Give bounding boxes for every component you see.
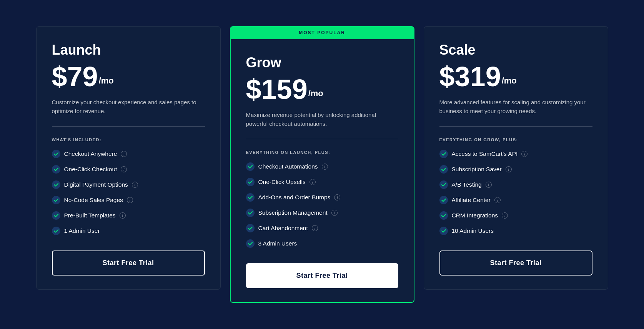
- list-item: Checkout Anywherei: [52, 150, 205, 158]
- feature-text: Digital Payment Options: [64, 181, 128, 188]
- price-period: /mo: [99, 76, 114, 86]
- check-icon: [52, 227, 60, 235]
- list-item: Cart Abandonmenti: [246, 224, 398, 232]
- check-icon: [52, 196, 60, 204]
- feature-text: One-Click Checkout: [64, 166, 117, 173]
- feature-text: Checkout Anywhere: [64, 150, 117, 157]
- check-icon: [246, 178, 255, 186]
- list-item: Checkout Automationsi: [246, 162, 398, 171]
- feature-text: Pre-Built Templates: [64, 212, 116, 219]
- feature-text: Affiliate Center: [452, 197, 491, 204]
- start-free-trial-button-launch[interactable]: Start Free Trial: [52, 251, 205, 276]
- plan-price-row: $319/mo: [439, 63, 592, 90]
- info-icon[interactable]: i: [310, 179, 316, 185]
- check-icon: [246, 162, 255, 171]
- list-item: Add-Ons and Order Bumpsi: [246, 193, 398, 202]
- feature-text: Add-Ons and Order Bumps: [258, 194, 331, 201]
- info-icon[interactable]: i: [132, 182, 138, 188]
- plan-price-row: $159/mo: [246, 75, 398, 103]
- check-icon: [52, 150, 60, 158]
- feature-text: One-Click Upsells: [258, 179, 306, 185]
- pricing-container: Launch$79/moCustomize your checkout expe…: [15, 26, 630, 303]
- check-icon: [52, 165, 60, 174]
- info-icon[interactable]: i: [494, 197, 501, 203]
- price-period: /mo: [308, 89, 323, 99]
- list-item: Pre-Built Templatesi: [52, 211, 205, 220]
- list-item: Subscription Saveri: [439, 165, 592, 174]
- feature-text: A/B Testing: [452, 181, 482, 188]
- section-divider: [246, 139, 398, 139]
- check-icon: [439, 165, 448, 174]
- list-item: A/B Testingi: [439, 180, 592, 189]
- info-icon[interactable]: i: [331, 210, 338, 216]
- list-item: Affiliate Centeri: [439, 196, 592, 204]
- section-label: EVERYTHING ON GROW, PLUS:: [439, 137, 592, 142]
- check-icon: [246, 224, 255, 232]
- price-amount: $159: [246, 75, 308, 103]
- check-icon: [439, 211, 448, 220]
- plan-wrapper-grow: MOST POPULARGrow$159/moMaximize revenue …: [230, 26, 414, 303]
- info-icon[interactable]: i: [120, 212, 126, 219]
- info-icon[interactable]: i: [334, 194, 340, 200]
- info-icon[interactable]: i: [312, 225, 318, 231]
- info-icon[interactable]: i: [121, 151, 127, 157]
- plan-description: Customize your checkout experience and s…: [52, 98, 205, 115]
- most-popular-badge: MOST POPULAR: [230, 26, 414, 39]
- list-item: Access to SamCart's APIi: [439, 150, 592, 158]
- feature-text: Access to SamCart's API: [452, 150, 518, 157]
- start-free-trial-button-scale[interactable]: Start Free Trial: [439, 251, 592, 276]
- check-icon: [246, 239, 255, 248]
- list-item: Subscription Managementi: [246, 209, 398, 217]
- feature-text: Cart Abandonment: [258, 225, 308, 232]
- info-icon[interactable]: i: [502, 212, 508, 219]
- section-divider: [52, 126, 205, 127]
- info-icon[interactable]: i: [322, 164, 328, 170]
- plan-card-grow: Grow$159/moMaximize revenue potential by…: [230, 39, 414, 303]
- check-icon: [439, 150, 448, 158]
- check-icon: [439, 196, 448, 204]
- price-amount: $79: [52, 63, 98, 90]
- list-item: One-Click Upsellsi: [246, 178, 398, 186]
- info-icon[interactable]: i: [486, 182, 492, 188]
- section-label: EVERYTHING ON LAUNCH, PLUS:: [246, 150, 398, 155]
- plan-card-scale: Scale$319/moMore advanced features for s…: [424, 26, 608, 290]
- list-item: CRM Integrationsi: [439, 211, 592, 220]
- check-icon: [246, 209, 255, 217]
- start-free-trial-button-grow[interactable]: Start Free Trial: [246, 263, 398, 288]
- check-icon: [246, 193, 255, 202]
- feature-text: Checkout Automations: [258, 163, 318, 170]
- feature-text: 1 Admin User: [64, 227, 100, 234]
- info-icon[interactable]: i: [127, 197, 133, 203]
- feature-text: 3 Admin Users: [258, 240, 297, 247]
- features-list: Checkout Automationsi One-Click Upsellsi…: [246, 162, 398, 248]
- list-item: One-Click Checkouti: [52, 165, 205, 174]
- plan-price-row: $79/mo: [52, 63, 205, 90]
- check-icon: [439, 180, 448, 189]
- feature-text: CRM Integrations: [452, 212, 498, 219]
- section-label: WHAT'S INCLUDED:: [52, 137, 205, 142]
- plan-name: Scale: [439, 42, 592, 58]
- plan-name: Grow: [246, 55, 398, 71]
- list-item: No-Code Sales Pagesi: [52, 196, 205, 204]
- section-divider: [439, 126, 592, 127]
- feature-text: Subscription Management: [258, 209, 328, 216]
- info-icon[interactable]: i: [506, 166, 512, 172]
- plan-description: More advanced features for scaling and c…: [439, 98, 592, 115]
- feature-text: No-Code Sales Pages: [64, 197, 123, 204]
- features-list: Access to SamCart's APIi Subscription Sa…: [439, 150, 592, 235]
- list-item: 1 Admin User: [52, 227, 205, 235]
- check-icon: [52, 180, 60, 189]
- list-item: Digital Payment Optionsi: [52, 180, 205, 189]
- list-item: 3 Admin Users: [246, 239, 398, 248]
- list-item: 10 Admin Users: [439, 227, 592, 235]
- plan-card-launch: Launch$79/moCustomize your checkout expe…: [36, 26, 221, 290]
- check-icon: [439, 227, 448, 235]
- check-icon: [52, 211, 60, 220]
- plan-name: Launch: [52, 42, 205, 58]
- feature-text: Subscription Saver: [452, 166, 502, 173]
- info-icon[interactable]: i: [121, 166, 127, 172]
- plan-description: Maximize revenue potential by unlocking …: [246, 111, 398, 128]
- price-period: /mo: [502, 76, 517, 86]
- price-amount: $319: [439, 63, 501, 90]
- info-icon[interactable]: i: [521, 151, 528, 157]
